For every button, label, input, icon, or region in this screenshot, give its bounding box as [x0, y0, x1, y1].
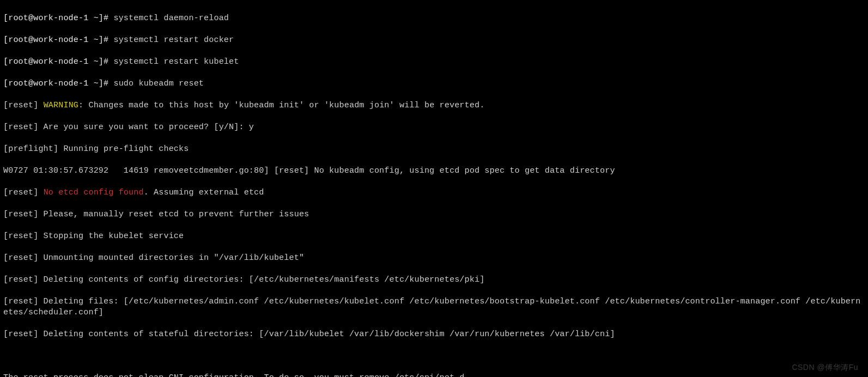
- cmd-line: [root@work-node-1 ~]# systemctl restart …: [3, 57, 865, 68]
- cmd-line: [root@work-node-1 ~]# systemctl restart …: [3, 35, 865, 46]
- blank-line: [3, 351, 865, 362]
- shell-prompt: [root@work-node-1 ~]#: [3, 79, 113, 88]
- warning-label: WARNING: [44, 101, 78, 110]
- output-line: [reset] Please, manually reset etcd to p…: [3, 209, 865, 220]
- output-line: [reset] No etcd config found. Assuming e…: [3, 187, 865, 198]
- output-line: [preflight] Running pre-flight checks: [3, 144, 865, 155]
- output-line: [reset] Stopping the kubelet service: [3, 231, 865, 242]
- output-line: W0727 01:30:57.673292 14619 removeetcdme…: [3, 166, 865, 177]
- output-line: [reset] WARNING: Changes made to this ho…: [3, 100, 865, 111]
- output-line: [reset] Are you sure you want to proceed…: [3, 122, 865, 133]
- shell-prompt: [root@work-node-1 ~]#: [3, 57, 113, 66]
- error-text: No etcd config found: [44, 188, 144, 197]
- output-line: [reset] Deleting files: [/etc/kubernetes…: [3, 296, 865, 318]
- output-line: The reset process does not clean CNI con…: [3, 373, 865, 377]
- watermark-text: CSDN @傅华涛Fu: [792, 362, 858, 373]
- shell-prompt: [root@work-node-1 ~]#: [3, 14, 113, 23]
- output-line: [reset] Unmounting mounted directories i…: [3, 253, 865, 264]
- cmd-line: [root@work-node-1 ~]# sudo kubeadm reset: [3, 78, 865, 89]
- terminal-output[interactable]: [root@work-node-1 ~]# systemctl daemon-r…: [0, 0, 868, 377]
- output-line: [reset] Deleting contents of stateful di…: [3, 329, 865, 340]
- shell-prompt: [root@work-node-1 ~]#: [3, 35, 113, 45]
- output-line: [reset] Deleting contents of config dire…: [3, 275, 865, 285]
- cmd-line: [root@work-node-1 ~]# systemctl daemon-r…: [3, 13, 865, 24]
